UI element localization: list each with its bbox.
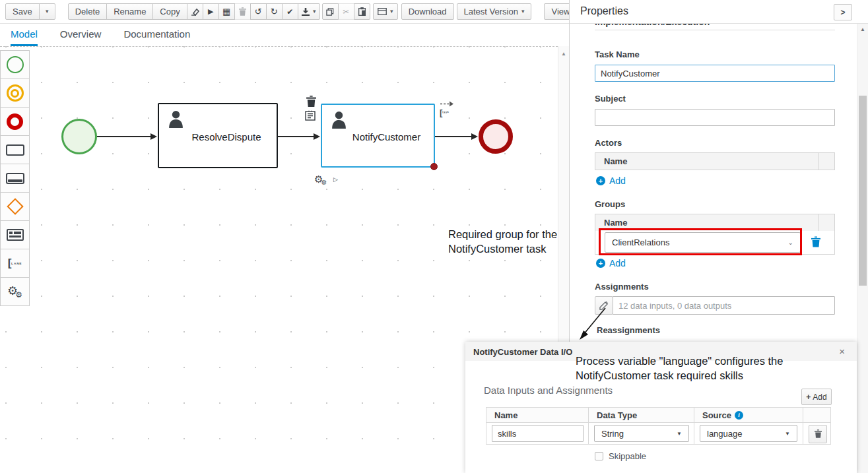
node-delete-icon[interactable] — [306, 96, 316, 110]
panel-collapse-button[interactable]: > — [834, 4, 852, 20]
data-object-icon — [7, 229, 24, 241]
delete-button[interactable]: Delete — [68, 3, 108, 20]
sequence-flow-1[interactable] — [97, 136, 151, 137]
node-gears-icon[interactable]: ⚙⚙ ▷ — [314, 173, 338, 186]
tab-documentation[interactable]: Documentation — [123, 23, 190, 46]
redo-icon[interactable]: ↻ — [266, 3, 283, 20]
task-name-input[interactable] — [595, 65, 835, 82]
node-form-icon[interactable] — [305, 110, 316, 123]
task-node-notifycustomer[interactable]: NotifyCustomer — [321, 104, 435, 168]
groups-delete-icon[interactable] — [811, 236, 820, 250]
palette-lane[interactable]: [ᴸᴬᴺᴱ — [0, 249, 30, 278]
col-name: Name — [486, 408, 589, 422]
save-button[interactable]: Save — [5, 3, 40, 20]
chevron-down-icon: ⌄ — [788, 239, 793, 246]
chevron-right-icon: > — [840, 8, 845, 17]
palette-start-event[interactable] — [0, 50, 30, 79]
row-source-select[interactable]: language▼ — [700, 425, 797, 442]
popup-add-button[interactable]: +Add — [801, 389, 832, 405]
palette-gateway[interactable] — [0, 192, 30, 221]
scroll-up-icon: ▲ — [561, 51, 566, 57]
palette-task[interactable] — [0, 135, 30, 164]
col-data-type: Data Type — [589, 408, 694, 422]
service-tasks-icon: ⚙⚙ — [7, 285, 22, 299]
data-table-row: String▼ language▼ — [486, 423, 831, 445]
actors-table-header: Name — [595, 152, 835, 170]
end-event-icon — [7, 113, 23, 130]
skippable-label: Skippable — [609, 451, 646, 461]
rename-button[interactable]: Rename — [106, 3, 153, 20]
groups-label: Groups — [595, 199, 625, 209]
run-process-icon[interactable]: ▶ — [203, 3, 219, 20]
tab-overview[interactable]: Overview — [60, 23, 102, 46]
groups-add-button[interactable]: +Add — [596, 258, 626, 268]
dataio-annotation: Process variable "language" configures t… — [576, 354, 834, 383]
palette-subprocess[interactable] — [0, 164, 30, 193]
duplicate-icon[interactable] — [322, 3, 339, 20]
validate-icon[interactable]: ✔ — [282, 3, 298, 20]
subject-input[interactable] — [595, 109, 835, 126]
shape-palette: [ᴸᴬᴺᴱ ⚙⚙ — [0, 51, 30, 306]
task-node-resolvedispute[interactable]: ResolveDispute — [158, 103, 278, 168]
paste-icon[interactable] — [354, 3, 370, 20]
palette-intermediate-event[interactable] — [0, 79, 30, 108]
plus-icon: + — [596, 259, 605, 268]
form-generation-icon[interactable]: ▾ — [373, 3, 398, 20]
start-event-node[interactable] — [61, 119, 97, 154]
undo-icon[interactable]: ↺ — [250, 3, 267, 20]
row-delete-button[interactable] — [809, 425, 827, 443]
caret-down-icon: ▼ — [677, 431, 682, 437]
task-name-label: Task Name — [595, 49, 640, 59]
palette-service-tasks[interactable]: ⚙⚙ — [0, 277, 30, 306]
skippable-checkbox[interactable] — [595, 452, 603, 460]
node-lane-icon[interactable]: [ᵗᵃˢᵏ — [440, 108, 449, 117]
sequence-flow-1-arrowhead — [150, 133, 157, 140]
toolbar: Save ▾ Delete Rename Copy ▶ ▦ ↺ ↻ ✔ ▾ — [0, 0, 569, 24]
row-name-input[interactable] — [492, 425, 584, 442]
actors-label: Actors — [595, 138, 622, 148]
copy-button[interactable]: Copy — [152, 3, 187, 20]
palette-end-event[interactable] — [0, 107, 30, 136]
grid-view-icon[interactable]: ▦ — [218, 3, 235, 20]
scrollbar-thumb[interactable] — [859, 96, 867, 286]
assignments-edit-button[interactable] — [595, 296, 613, 315]
editor-tabbar: Model Overview Documentation — [0, 23, 569, 46]
gateway-icon — [7, 198, 23, 214]
sequence-flow-3[interactable] — [435, 136, 471, 137]
tab-model[interactable]: Model — [11, 23, 38, 46]
groups-select[interactable]: ClientRelations⌄ — [605, 232, 801, 253]
scroll-up-icon: ▲ — [860, 26, 865, 32]
section-implementation-execution[interactable]: Implementation/Execution — [595, 23, 835, 30]
trash-icon[interactable] — [234, 3, 251, 20]
end-event-node[interactable] — [479, 119, 513, 154]
properties-title: Properties — [580, 5, 628, 17]
data-inputs-heading: Data Inputs and Assignments — [484, 385, 613, 396]
groups-annotation: Required group for the NotifyCustomer ta… — [448, 227, 588, 256]
properties-header: Properties > — [570, 0, 868, 24]
data-table-header: Name Data Type Sourcei — [486, 407, 831, 423]
sequence-flow-2-arrowhead — [314, 133, 320, 140]
popup-title: NotifyCustomer Data I/O — [473, 347, 572, 357]
cut-icon[interactable]: ✂ — [338, 3, 354, 20]
task-label: ResolveDispute — [191, 131, 261, 142]
palette-data-object[interactable] — [0, 220, 30, 249]
info-icon[interactable]: i — [735, 411, 743, 420]
download-button[interactable]: Download — [401, 3, 454, 20]
skippable-field: Skippable — [595, 451, 646, 461]
actors-add-button[interactable]: +Add — [596, 175, 626, 186]
connection-handle[interactable] — [430, 163, 438, 170]
eraser-icon[interactable] — [187, 3, 203, 20]
caret-down-icon: ▼ — [785, 431, 790, 437]
subprocess-icon — [6, 173, 24, 184]
user-task-icon — [331, 111, 347, 129]
task-icon — [6, 144, 24, 156]
latest-version-select[interactable]: Latest Version▾ — [457, 3, 532, 20]
user-task-icon — [168, 110, 184, 128]
save-caret-icon[interactable]: ▾ — [39, 3, 55, 20]
sequence-flow-2[interactable] — [278, 136, 314, 137]
properties-scrollbar[interactable]: ▲ — [857, 24, 868, 473]
download-model-icon[interactable]: ▾ — [298, 3, 320, 20]
popup-close-icon[interactable]: × — [839, 346, 845, 357]
row-datatype-select[interactable]: String▼ — [594, 425, 689, 442]
assignments-summary[interactable]: 12 data inputs, 0 data outputs — [613, 296, 835, 315]
